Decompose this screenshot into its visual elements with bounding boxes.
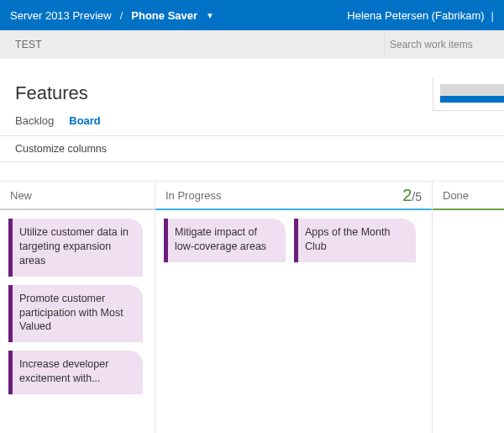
tab-backlog[interactable]: Backlog [15,114,54,127]
breadcrumb-separator: / [120,9,123,22]
column-header-new: New [0,182,155,210]
breadcrumb-server[interactable]: Server 2013 Preview [10,9,112,22]
column-title: New [10,189,32,202]
current-user[interactable]: Helena Petersen (Fabrikam) [347,9,484,22]
global-nav: Server 2013 Preview / Phone Saver ▼ Hele… [0,0,504,30]
column-done: Done [433,182,504,433]
hub-test[interactable]: TEST [15,39,42,50]
svg-marker-0 [440,84,504,97]
column-header-in-progress: In Progress 2/5 [155,182,432,210]
wip-limit: /5 [412,190,422,203]
kanban-board: New Utilize customer data in targeting e… [0,181,504,433]
board-toolbar: Customize columns [0,135,504,162]
column-body-in-progress[interactable]: Mitigate impact of low-coverage areas Ap… [155,210,432,271]
view-tabs: Backlog Board [15,114,489,135]
burndown-chart[interactable] [433,77,504,111]
breadcrumb-project[interactable]: Phone Saver [131,9,197,22]
wip-current: 2 [402,186,412,204]
card[interactable]: Increase developer excitement with... [8,351,143,394]
column-header-done: Done [433,182,504,210]
tab-board[interactable]: Board [69,114,101,127]
card[interactable]: Mitigate impact of low-coverage areas [164,219,286,262]
card[interactable]: Promote customer participation with Most… [8,285,143,343]
hub-bar: TEST Search work items [0,30,504,59]
column-in-progress: In Progress 2/5 Mitigate impact of low-c… [155,182,433,433]
column-title: Done [443,189,469,202]
column-title: In Progress [165,189,221,202]
project-dropdown-icon[interactable]: ▼ [206,11,214,20]
column-body-new[interactable]: Utilize customer data in targeting expan… [0,210,155,403]
card[interactable]: Apps of the Month Club [294,219,416,262]
user-separator: | [491,9,494,22]
column-new: New Utilize customer data in targeting e… [0,182,155,433]
wip-counter: 2/5 [402,186,422,205]
search-placeholder: Search work items [390,39,473,50]
svg-marker-1 [440,96,504,103]
page-title: Features [15,82,489,104]
card[interactable]: Utilize customer data in targeting expan… [8,219,143,277]
customize-columns-link[interactable]: Customize columns [15,143,107,155]
column-body-done[interactable] [433,210,504,227]
search-work-items[interactable]: Search work items [384,33,489,56]
page-header: Features Backlog Board [0,59,504,135]
